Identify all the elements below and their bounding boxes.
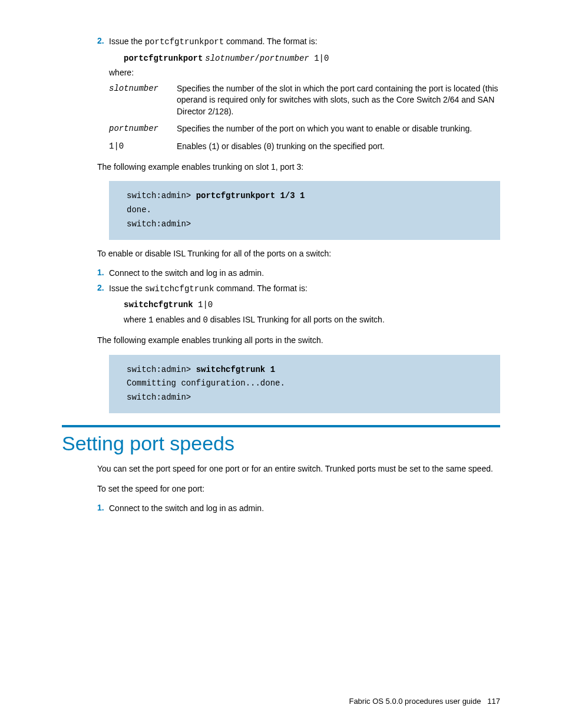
section-para-1: You can set the port speed for one port … xyxy=(97,463,500,475)
cmd: portcfgtrunkport 1/3 1 xyxy=(196,191,305,200)
param-term: portnumber xyxy=(109,123,177,135)
param-desc: Specifies the number of the port on whic… xyxy=(177,123,500,135)
syntax-arg: portnumber xyxy=(260,54,309,63)
code: 0 xyxy=(266,142,271,151)
syntax-line-2: switchcfgtrunk 1|0 xyxy=(124,299,500,309)
step-b2: 2. Issue the switchcfgtrunk command. The… xyxy=(97,283,500,295)
param-row: 1|0 Enables (1) or disables (0) trunking… xyxy=(109,141,500,153)
step-number: 1. xyxy=(97,503,109,515)
code: 1 xyxy=(211,142,216,151)
param-term: 1|0 xyxy=(109,141,177,153)
text: Issue the xyxy=(109,37,145,46)
section-heading: Setting port speeds xyxy=(62,432,500,455)
param-desc: Specifies the number of the slot in whic… xyxy=(177,83,500,118)
text: enables and xyxy=(153,315,203,324)
footer-title: Fabric OS 5.0.0 procedures user guide xyxy=(349,697,481,706)
output-line: done. xyxy=(127,205,151,215)
prompt: switch:admin> xyxy=(127,191,196,200)
text: where xyxy=(124,315,148,324)
syntax-tail: 1|0 xyxy=(193,300,213,309)
param-desc: Enables (1) or disables (0) trunking on … xyxy=(177,141,500,153)
param-term: slotnumber xyxy=(109,83,177,118)
document-page: 2. Issue the portcfgtrunkport command. T… xyxy=(0,0,562,728)
text: command. The format is: xyxy=(224,37,317,46)
prompt: switch:admin> xyxy=(127,365,196,374)
output-line: Committing configuration...done. xyxy=(127,378,285,388)
prompt: switch:admin> xyxy=(127,393,191,402)
syntax-line-1: portcfgtrunkport slotnumber/portnumber 1… xyxy=(124,53,500,63)
step-number: 2. xyxy=(97,283,109,295)
syntax-2-explain: where 1 enables and 0 disables ISL Trunk… xyxy=(124,314,500,327)
code: 0 xyxy=(203,315,208,325)
para-enable-disable: To enable or disable ISL Trunking for al… xyxy=(97,248,500,260)
code-block-1: switch:admin> portcfgtrunkport 1/3 1 don… xyxy=(109,181,500,239)
text: ) trunking on the specified port. xyxy=(272,141,385,151)
cmd: switchcfgtrunk 1 xyxy=(196,365,275,374)
step-body: Issue the switchcfgtrunk command. The fo… xyxy=(109,283,500,295)
step-number: 2. xyxy=(97,36,109,48)
prompt: switch:admin> xyxy=(127,219,191,229)
text: Issue the xyxy=(109,284,145,293)
text: Enables ( xyxy=(177,141,211,151)
step-2: 2. Issue the portcfgtrunkport command. T… xyxy=(97,36,500,48)
text: ) or disables ( xyxy=(217,141,267,151)
param-row: slotnumber Specifies the number of the s… xyxy=(109,83,500,118)
step-c1: 1. Connect to the switch and log in as a… xyxy=(97,503,500,515)
step-body: Connect to the switch and log in as admi… xyxy=(109,503,500,515)
syntax-arg: slotnumber xyxy=(205,54,254,63)
syntax-sep: / xyxy=(254,54,259,63)
parameter-table: slotnumber Specifies the number of the s… xyxy=(109,83,500,153)
code-block-2: switch:admin> switchcfgtrunk 1 Committin… xyxy=(109,355,500,413)
example-1-intro: The following example enables trunking o… xyxy=(97,162,500,173)
text: disables ISL Trunking for all ports on t… xyxy=(208,315,385,324)
step-number: 1. xyxy=(97,268,109,279)
syntax-cmd: switchcfgtrunk xyxy=(124,300,193,309)
syntax-cmd: portcfgtrunkport xyxy=(124,54,203,63)
section-rule xyxy=(62,425,500,427)
page-number: 117 xyxy=(487,697,500,706)
section-para-2: To set the speed for one port: xyxy=(97,483,500,495)
syntax-tail: 1|0 xyxy=(309,54,329,63)
command-inline: switchcfgtrunk xyxy=(145,284,214,294)
command-inline: portcfgtrunkport xyxy=(145,37,224,47)
example-2-intro: The following example enables trunking a… xyxy=(97,335,500,347)
param-row: portnumber Specifies the number of the p… xyxy=(109,123,500,135)
step-body: Issue the portcfgtrunkport command. The … xyxy=(109,36,500,48)
text: command. The format is: xyxy=(214,284,307,293)
where-label: where: xyxy=(109,68,500,77)
step-body: Connect to the switch and log in as admi… xyxy=(109,268,500,279)
page-footer: Fabric OS 5.0.0 procedures user guide 11… xyxy=(349,697,500,706)
step-b1: 1. Connect to the switch and log in as a… xyxy=(97,268,500,279)
